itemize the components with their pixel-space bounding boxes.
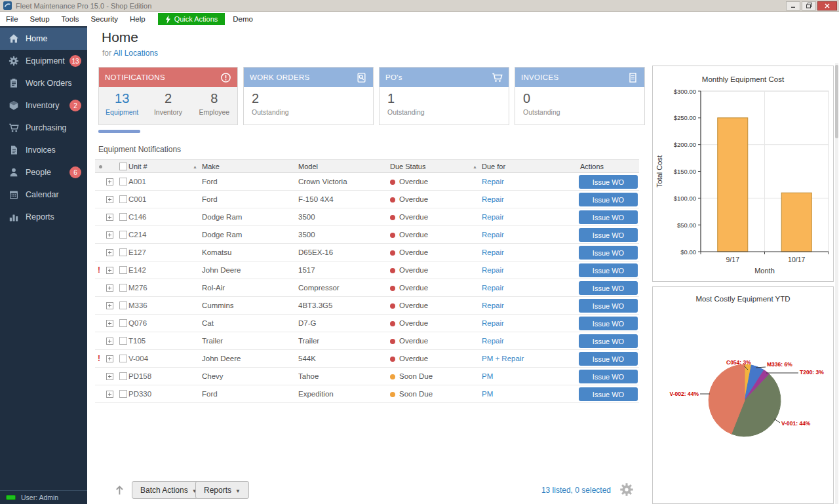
row-checkbox[interactable] (119, 337, 127, 345)
row-checkbox[interactable] (119, 390, 127, 398)
scrollbar-thumb[interactable] (835, 65, 838, 138)
due-for-link[interactable]: Repair (482, 248, 504, 256)
restore-button[interactable] (802, 1, 816, 10)
expand-row-button[interactable] (106, 196, 113, 203)
issue-wo-button[interactable]: Issue WO (579, 175, 638, 189)
due-for-link[interactable]: Repair (482, 319, 504, 327)
column-header-due-status[interactable]: Due Status (390, 163, 425, 170)
sidebar-item-inventory[interactable]: Inventory2 (0, 94, 87, 117)
expand-row-button[interactable] (106, 231, 113, 239)
expand-row-button[interactable] (106, 320, 113, 327)
cards-scroll-indicator[interactable] (98, 130, 140, 133)
menu-item-help[interactable]: Help (124, 15, 151, 23)
due-for-link[interactable]: Repair (482, 301, 504, 309)
settings-gear-icon[interactable] (619, 482, 634, 497)
due-for-link[interactable]: Repair (482, 213, 504, 221)
expand-row-button[interactable] (106, 355, 113, 362)
issue-wo-button[interactable]: Issue WO (579, 193, 638, 206)
quick-actions-button[interactable]: Quick Actions (158, 13, 225, 25)
sidebar-item-invoices[interactable]: Invoices (0, 139, 87, 161)
row-checkbox[interactable] (119, 195, 127, 203)
row-checkbox[interactable] (119, 355, 127, 362)
issue-wo-button[interactable]: Issue WO (579, 246, 638, 260)
table-row[interactable]: C146Dodge Ram3500OverdueRepairIssue WO (95, 208, 639, 226)
expand-row-button[interactable] (106, 373, 113, 380)
table-row[interactable]: E127KomatsuD65EX-16OverdueRepairIssue WO (95, 244, 639, 262)
menu-item-tools[interactable]: Tools (56, 15, 85, 23)
issue-wo-button[interactable]: Issue WO (579, 352, 638, 366)
expand-row-button[interactable] (106, 391, 113, 398)
row-checkbox[interactable] (119, 213, 127, 221)
column-header-make[interactable]: Make (202, 163, 220, 170)
issue-wo-button[interactable]: Issue WO (579, 263, 638, 277)
due-for-link[interactable]: PM + Repair (482, 355, 524, 362)
expand-row-button[interactable] (106, 302, 113, 309)
row-checkbox[interactable] (119, 301, 127, 309)
all-locations-link[interactable]: All Locations (113, 48, 158, 58)
notification-stat-employee[interactable]: 8Employee (191, 87, 237, 125)
row-checkbox[interactable] (119, 319, 127, 327)
table-row[interactable]: !E142John Deere1517OverdueRepairIssue WO (95, 262, 639, 279)
batch-actions-button[interactable]: Batch Actions▼ (132, 481, 206, 499)
sidebar-item-purchasing[interactable]: Purchasing (0, 117, 87, 139)
row-checkbox[interactable] (119, 372, 127, 380)
issue-wo-button[interactable]: Issue WO (579, 370, 638, 383)
minimize-button[interactable] (786, 1, 800, 10)
expand-row-button[interactable] (106, 178, 113, 185)
expand-row-button[interactable] (106, 267, 113, 274)
table-row[interactable]: PD330FordExpeditionSoon DuePMIssue WO (95, 385, 639, 403)
menu-item-demo[interactable]: Demo (233, 15, 253, 23)
row-checkbox[interactable] (119, 266, 127, 274)
issue-wo-button[interactable]: Issue WO (579, 210, 638, 224)
work-orders-card-header[interactable]: WORK ORDERS (244, 68, 373, 87)
table-row[interactable]: M276Rol-AirCompressorOverdueRepairIssue … (95, 279, 639, 297)
issue-wo-button[interactable]: Issue WO (579, 334, 638, 348)
menu-item-setup[interactable]: Setup (24, 15, 56, 23)
column-header-actions[interactable]: Actions (580, 163, 604, 170)
pos-card-header[interactable]: PO's (380, 68, 509, 87)
table-row[interactable]: PD158ChevyTahoeSoon DuePMIssue WO (95, 368, 639, 385)
issue-wo-button[interactable]: Issue WO (579, 317, 638, 330)
table-row[interactable]: A001FordCrown VictoriaOverdueRepairIssue… (95, 173, 639, 191)
close-button[interactable] (817, 1, 837, 10)
issue-wo-button[interactable]: Issue WO (579, 387, 638, 401)
issue-wo-button[interactable]: Issue WO (579, 228, 638, 242)
due-for-link[interactable]: Repair (482, 337, 504, 345)
table-row[interactable]: T105TrailerTrailerOverdueRepairIssue WO (95, 332, 639, 350)
due-for-link[interactable]: Repair (482, 231, 504, 239)
menu-item-security[interactable]: Security (85, 15, 124, 23)
notification-stat-inventory[interactable]: 2Inventory (145, 87, 191, 125)
expand-row-button[interactable] (106, 338, 113, 345)
issue-wo-button[interactable]: Issue WO (579, 299, 638, 313)
sidebar-item-calendar[interactable]: Calendar (0, 184, 87, 206)
table-row[interactable]: !V-004John Deere544KOverduePM + RepairIs… (95, 350, 639, 368)
table-row[interactable]: C214Dodge Ram3500OverdueRepairIssue WO (95, 226, 639, 244)
table-row[interactable]: M336Cummins4BT3.3G5OverdueRepairIssue WO (95, 297, 639, 315)
due-for-link[interactable]: Repair (482, 266, 504, 274)
column-header-model[interactable]: Model (298, 163, 318, 170)
table-row[interactable]: C001FordF-150 4X4OverdueRepairIssue WO (95, 191, 639, 208)
issue-wo-button[interactable]: Issue WO (579, 281, 638, 295)
notification-stat-equipment[interactable]: 13Equipment (99, 87, 145, 125)
reports-button[interactable]: Reports▼ (195, 481, 249, 499)
due-for-link[interactable]: Repair (482, 178, 504, 185)
menu-item-file[interactable]: File (0, 15, 24, 23)
column-header-unit-[interactable]: Unit # (128, 163, 147, 170)
expand-row-button[interactable] (106, 214, 113, 221)
invoices-card-header[interactable]: INVOICES (515, 68, 644, 87)
sidebar-item-home[interactable]: Home (0, 28, 87, 50)
due-for-link[interactable]: Repair (482, 284, 504, 292)
sidebar-item-reports[interactable]: Reports (0, 206, 87, 228)
expand-row-button[interactable] (106, 249, 113, 256)
column-header-due-for[interactable]: Due for (482, 163, 505, 170)
expand-row-button[interactable] (106, 284, 113, 292)
sidebar-item-people[interactable]: People6 (0, 161, 87, 184)
row-checkbox[interactable] (119, 284, 127, 292)
due-for-link[interactable]: PM (482, 372, 493, 380)
sort-ascending-icon[interactable]: ▲ (473, 165, 477, 169)
sidebar-item-work-orders[interactable]: Work Orders (0, 72, 87, 94)
collapse-up-icon[interactable] (113, 482, 127, 497)
sort-ascending-icon[interactable]: ▲ (193, 165, 197, 169)
due-for-link[interactable]: PM (482, 390, 493, 398)
select-all-checkbox[interactable] (119, 163, 127, 170)
